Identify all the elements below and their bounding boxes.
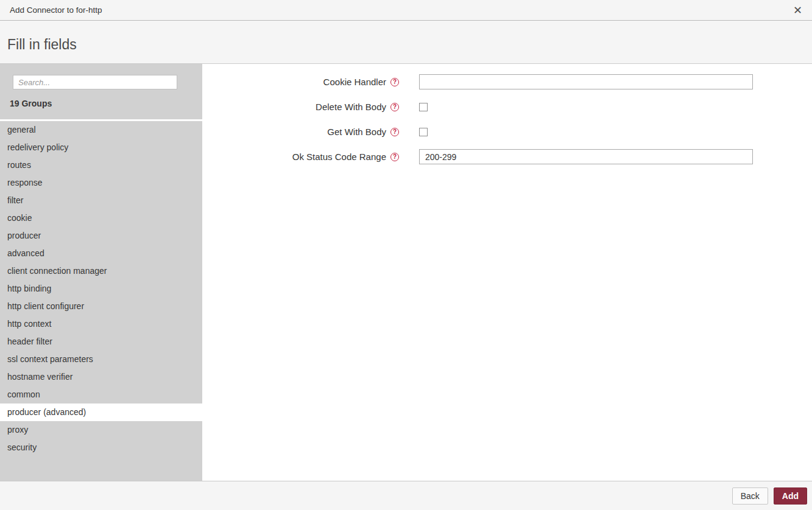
cookie-handler-label: Cookie Handler	[323, 77, 386, 87]
sidebar-item-producer[interactable]: producer	[0, 227, 202, 245]
sidebar-item-general[interactable]: general	[0, 121, 202, 139]
group-list: general redelivery policy routes respons…	[0, 121, 202, 481]
sidebar-item-http-context[interactable]: http context	[0, 315, 202, 333]
get-with-body-label: Get With Body	[327, 127, 386, 137]
get-with-body-checkbox[interactable]	[419, 128, 428, 136]
close-icon[interactable]: ✕	[791, 4, 805, 17]
sidebar-item-common[interactable]: common	[0, 386, 202, 403]
page-title: Fill in fields	[7, 37, 77, 53]
sidebar-item-cookie[interactable]: cookie	[0, 209, 202, 227]
search-input[interactable]	[13, 75, 177, 89]
sidebar-filler	[0, 456, 202, 481]
sidebar-item-hostname-verifier[interactable]: hostname verifier	[0, 368, 202, 386]
sidebar-item-filter[interactable]: filter	[0, 192, 202, 209]
sidebar-item-http-binding[interactable]: http binding	[0, 280, 202, 298]
fields-form: Cookie Handler ? Delete With Body ? Get …	[202, 64, 812, 481]
form-row-get-with-body: Get With Body ?	[202, 124, 812, 139]
sidebar-item-producer-advanced[interactable]: producer (advanced)	[0, 403, 202, 421]
groups-sidebar: 19 Groups general redelivery policy rout…	[0, 64, 202, 481]
help-icon[interactable]: ?	[390, 128, 399, 136]
sidebar-item-routes[interactable]: routes	[0, 156, 202, 174]
dialog-header: Add Connector to for-http ✕	[0, 0, 812, 21]
help-icon[interactable]: ?	[390, 153, 399, 161]
sidebar-search-block: 19 Groups	[0, 64, 202, 119]
delete-with-body-checkbox[interactable]	[419, 103, 428, 111]
section-title-bar: Fill in fields	[0, 21, 812, 64]
groups-count-label: 19 Groups	[10, 99, 202, 108]
form-row-ok-status-code-range: Ok Status Code Range ?	[202, 149, 812, 164]
add-button[interactable]: Add	[774, 487, 807, 505]
sidebar-item-response[interactable]: response	[0, 174, 202, 192]
help-icon[interactable]: ?	[390, 78, 399, 86]
delete-with-body-label: Delete With Body	[316, 102, 386, 112]
ok-status-code-range-label: Ok Status Code Range	[292, 152, 386, 162]
sidebar-item-client-connection-manager[interactable]: client connection manager	[0, 262, 202, 280]
help-icon[interactable]: ?	[390, 103, 399, 111]
sidebar-item-header-filter[interactable]: header filter	[0, 333, 202, 351]
sidebar-item-ssl-context-parameters[interactable]: ssl context parameters	[0, 351, 202, 368]
dialog-title: Add Connector to for-http	[10, 5, 791, 15]
sidebar-item-http-client-configurer[interactable]: http client configurer	[0, 298, 202, 315]
back-button[interactable]: Back	[732, 487, 768, 505]
ok-status-code-range-field[interactable]	[419, 149, 753, 164]
form-row-cookie-handler: Cookie Handler ?	[202, 74, 812, 89]
dialog-footer: Back Add	[0, 481, 812, 510]
dialog-body: 19 Groups general redelivery policy rout…	[0, 64, 812, 481]
cookie-handler-field[interactable]	[419, 74, 753, 89]
sidebar-item-redelivery-policy[interactable]: redelivery policy	[0, 139, 202, 156]
form-row-delete-with-body: Delete With Body ?	[202, 99, 812, 114]
sidebar-item-security[interactable]: security	[0, 439, 202, 456]
sidebar-item-proxy[interactable]: proxy	[0, 421, 202, 439]
sidebar-item-advanced[interactable]: advanced	[0, 245, 202, 262]
